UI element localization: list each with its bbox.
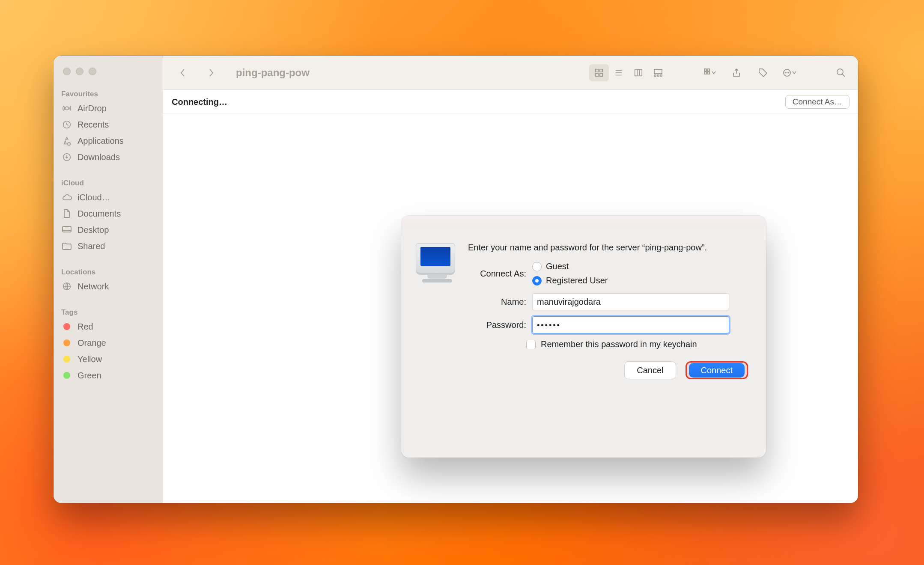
- tags-button[interactable]: [754, 64, 772, 81]
- sidebar-tag-red[interactable]: Red: [54, 318, 163, 335]
- tag-dot-green: [61, 370, 72, 381]
- sidebar-item-label: Green: [77, 371, 101, 381]
- status-text: Connecting…: [172, 97, 227, 107]
- macos-desktop: Favourites AirDrop Recents Applications …: [0, 0, 924, 565]
- connect-button[interactable]: Connect: [689, 363, 745, 378]
- svg-point-0: [65, 107, 68, 110]
- download-icon: [61, 152, 72, 163]
- sidebar-section-tags: Tags: [54, 304, 163, 318]
- search-button[interactable]: [832, 64, 850, 81]
- tag-dot-orange: [61, 337, 72, 348]
- sidebar-item-icloud-drive[interactable]: iCloud…: [54, 189, 163, 205]
- sidebar-item-label: Red: [77, 322, 93, 332]
- sidebar-item-network[interactable]: Network: [54, 278, 163, 294]
- sidebar-item-recents[interactable]: Recents: [54, 116, 163, 133]
- share-button[interactable]: [727, 64, 746, 81]
- window-traffic-lights[interactable]: [54, 65, 163, 86]
- svg-rect-17: [707, 72, 709, 74]
- cloud-icon: [61, 192, 72, 203]
- radio-label: Registered User: [546, 276, 608, 285]
- password-label: Password:: [447, 320, 532, 330]
- sidebar-item-documents[interactable]: Documents: [54, 205, 163, 222]
- sidebar-tag-orange[interactable]: Orange: [54, 335, 163, 351]
- svg-point-20: [787, 72, 788, 73]
- traffic-close[interactable]: [63, 68, 71, 75]
- sidebar-item-label: Recents: [77, 120, 109, 130]
- svg-rect-10: [654, 69, 662, 74]
- view-icons-button[interactable]: [589, 64, 609, 81]
- sidebar-item-label: Applications: [77, 136, 124, 146]
- connect-button-highlight: Connect: [686, 361, 748, 379]
- view-list-button[interactable]: [609, 64, 629, 81]
- sidebar-item-label: Shared: [77, 241, 105, 251]
- radio-registered-user[interactable]: Registered User: [532, 276, 608, 285]
- tag-dot-yellow: [61, 354, 72, 365]
- apps-icon: [61, 135, 72, 146]
- view-mode-group: [589, 64, 668, 81]
- dialog-titlebar: [401, 216, 766, 229]
- remember-keychain-label: Remember this password in my keychain: [541, 339, 697, 349]
- finder-content: Enter your name and password for the ser…: [163, 113, 858, 503]
- traffic-minimize[interactable]: [76, 68, 83, 75]
- traffic-zoom[interactable]: [89, 68, 96, 75]
- sidebar-section-locations: Locations: [54, 264, 163, 278]
- svg-rect-9: [635, 69, 642, 76]
- svg-rect-11: [654, 75, 656, 76]
- name-input[interactable]: [532, 293, 729, 310]
- sidebar-tag-green[interactable]: Green: [54, 367, 163, 384]
- connect-as-button[interactable]: Connect As…: [785, 95, 849, 109]
- nav-forward-button[interactable]: [202, 64, 221, 81]
- sidebar-item-label: Documents: [77, 209, 121, 219]
- radio-icon: [532, 276, 542, 285]
- sidebar-item-label: Yellow: [77, 354, 102, 364]
- dialog-prompt: Enter your name and password for the ser…: [468, 241, 751, 254]
- sidebar-item-label: Desktop: [77, 225, 109, 235]
- svg-rect-5: [596, 69, 598, 71]
- svg-rect-6: [600, 69, 602, 71]
- server-computer-icon: [416, 243, 459, 286]
- sidebar-item-label: Downloads: [77, 152, 120, 162]
- svg-point-19: [785, 72, 786, 73]
- svg-rect-3: [63, 226, 71, 232]
- globe-icon: [61, 281, 72, 292]
- svg-rect-12: [657, 75, 659, 76]
- sidebar-item-label: iCloud…: [77, 193, 110, 202]
- view-gallery-button[interactable]: [648, 64, 668, 81]
- svg-rect-14: [704, 69, 706, 71]
- svg-point-22: [837, 69, 843, 75]
- airdrop-icon: [61, 103, 72, 114]
- password-input[interactable]: ••••••: [532, 316, 729, 333]
- sidebar-item-applications[interactable]: Applications: [54, 133, 163, 149]
- connect-as-label: Connect As:: [468, 269, 532, 279]
- sidebar-item-desktop[interactable]: Desktop: [54, 222, 163, 238]
- radio-icon: [532, 262, 542, 271]
- clock-icon: [61, 119, 72, 130]
- finder-toolbar: ping-pang-pow: [163, 56, 858, 90]
- nav-back-button[interactable]: [173, 64, 192, 81]
- svg-rect-16: [704, 72, 706, 74]
- svg-rect-8: [600, 73, 602, 76]
- radio-guest[interactable]: Guest: [532, 262, 608, 271]
- cancel-button[interactable]: Cancel: [624, 361, 676, 379]
- sidebar-item-airdrop[interactable]: AirDrop: [54, 100, 163, 116]
- name-label: Name:: [447, 297, 532, 307]
- folder-icon: [61, 241, 72, 252]
- action-menu-button[interactable]: [780, 64, 799, 81]
- sidebar-item-label: Network: [77, 282, 109, 291]
- remember-keychain-checkbox[interactable]: [526, 340, 536, 349]
- sidebar-item-label: AirDrop: [77, 104, 107, 113]
- connection-status-bar: Connecting… Connect As…: [163, 90, 858, 113]
- sidebar-item-label: Orange: [77, 338, 106, 348]
- sidebar-item-downloads[interactable]: Downloads: [54, 149, 163, 165]
- svg-rect-13: [660, 75, 662, 76]
- view-columns-button[interactable]: [629, 64, 648, 81]
- finder-window: Favourites AirDrop Recents Applications …: [54, 56, 858, 503]
- sidebar-item-shared[interactable]: Shared: [54, 238, 163, 254]
- finder-main: ping-pang-pow Connecting… Connect A: [163, 56, 858, 503]
- window-title: ping-pang-pow: [236, 67, 310, 79]
- sidebar-tag-yellow[interactable]: Yellow: [54, 351, 163, 367]
- svg-rect-7: [596, 73, 598, 76]
- group-menu-button[interactable]: [700, 64, 719, 81]
- svg-point-21: [788, 72, 790, 73]
- finder-sidebar: Favourites AirDrop Recents Applications …: [54, 56, 163, 503]
